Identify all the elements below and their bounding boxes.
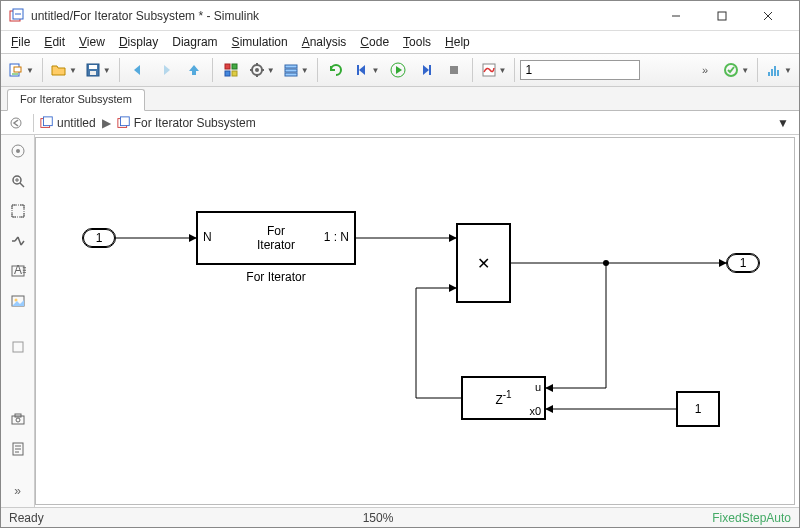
- stop-button[interactable]: [441, 57, 467, 83]
- palette-report-icon[interactable]: [6, 437, 30, 461]
- dropdown-icon: ▼: [69, 66, 77, 75]
- run-button[interactable]: [385, 57, 411, 83]
- svg-rect-13: [232, 64, 237, 69]
- menu-bar: File Edit View Display Diagram Simulatio…: [1, 31, 799, 53]
- svg-rect-23: [285, 69, 297, 72]
- menu-code[interactable]: Code: [354, 33, 395, 51]
- toolbar: ▼ ▼ ▼ ▼ ▼ ▼ ▼ 1 » ▼ ▼: [1, 53, 799, 87]
- svg-rect-28: [450, 66, 458, 74]
- svg-point-41: [16, 149, 20, 153]
- tab-strip: For Iterator Subsystem: [1, 87, 799, 111]
- svg-rect-14: [225, 71, 230, 76]
- svg-point-35: [11, 118, 21, 128]
- for-iterator-title: For Iterator: [257, 224, 295, 253]
- menu-file[interactable]: File: [5, 33, 36, 51]
- window-title: untitled/For Iterator Subsystem * - Simu…: [31, 9, 653, 23]
- menu-analysis[interactable]: Analysis: [296, 33, 353, 51]
- for-iterator-label: For Iterator: [196, 270, 356, 284]
- palette-text-icon[interactable]: A≡: [6, 259, 30, 283]
- forward-button[interactable]: [153, 57, 179, 83]
- svg-rect-37: [44, 116, 53, 125]
- breadcrumb-dropdown[interactable]: ▼: [777, 116, 795, 130]
- svg-rect-51: [13, 342, 23, 352]
- step-forward-button[interactable]: [413, 57, 439, 83]
- palette-zoom-icon[interactable]: [6, 169, 30, 193]
- svg-rect-3: [718, 12, 726, 20]
- palette-screenshot-icon[interactable]: [6, 407, 30, 431]
- breadcrumb-root[interactable]: untitled: [40, 116, 96, 130]
- svg-rect-31: [768, 72, 770, 76]
- block-for-iterator[interactable]: N For Iterator 1 : N: [196, 211, 356, 265]
- canvas[interactable]: 1 N For Iterator 1 : N For Iterator ✕ 1: [35, 137, 795, 505]
- product-symbol: ✕: [477, 254, 490, 273]
- model-explorer-button[interactable]: ▼: [280, 57, 312, 83]
- palette-fit-icon[interactable]: [6, 199, 30, 223]
- dropdown-icon: ▼: [267, 66, 275, 75]
- tool-palette: A≡ »: [1, 135, 35, 507]
- menu-display[interactable]: Display: [113, 33, 164, 51]
- minimize-button[interactable]: [653, 1, 699, 31]
- window-controls: [653, 1, 791, 31]
- signal-wires: [36, 138, 794, 504]
- svg-rect-34: [777, 70, 779, 76]
- breadcrumb-separator-icon: ▶: [102, 116, 111, 130]
- palette-block-icon[interactable]: [6, 335, 30, 359]
- svg-rect-11: [90, 71, 96, 75]
- new-model-button[interactable]: ▼: [5, 57, 37, 83]
- app-icon: [9, 8, 25, 24]
- menu-tools[interactable]: Tools: [397, 33, 437, 51]
- model-config-button[interactable]: ▼: [246, 57, 278, 83]
- main-area: A≡ »: [1, 135, 799, 507]
- svg-rect-15: [232, 71, 237, 76]
- tab-active[interactable]: For Iterator Subsystem: [7, 89, 145, 111]
- save-button[interactable]: ▼: [82, 57, 114, 83]
- palette-more-icon[interactable]: »: [6, 479, 30, 503]
- breadcrumb-bar: untitled ▶ For Iterator Subsystem ▼: [1, 111, 799, 135]
- svg-point-17: [255, 68, 259, 72]
- palette-image-icon[interactable]: [6, 289, 30, 313]
- up-button[interactable]: [181, 57, 207, 83]
- title-bar: untitled/For Iterator Subsystem * - Simu…: [1, 1, 799, 31]
- menu-edit[interactable]: Edit: [38, 33, 71, 51]
- step-back-button[interactable]: ▼: [351, 57, 383, 83]
- model-icon: [40, 116, 54, 130]
- block-product[interactable]: ✕: [456, 223, 511, 303]
- menu-simulation[interactable]: Simulation: [226, 33, 294, 51]
- schedule-button[interactable]: ▼: [763, 57, 795, 83]
- dropdown-icon: ▼: [499, 66, 507, 75]
- svg-point-50: [14, 299, 17, 302]
- block-constant[interactable]: 1: [676, 391, 720, 427]
- status-zoom[interactable]: 150%: [328, 511, 428, 525]
- library-browser-button[interactable]: [218, 57, 244, 83]
- palette-annotate-icon[interactable]: [6, 139, 30, 163]
- status-bar: Ready 150% FixedStepAuto: [1, 507, 799, 527]
- maximize-button[interactable]: [699, 1, 745, 31]
- svg-rect-22: [285, 65, 297, 68]
- constant-value: 1: [695, 402, 702, 416]
- back-button[interactable]: [125, 57, 151, 83]
- hide-browser-button[interactable]: [5, 113, 27, 133]
- subsystem-icon: [117, 116, 131, 130]
- dropdown-icon: ▼: [301, 66, 309, 75]
- update-diagram-button[interactable]: [323, 57, 349, 83]
- dropdown-icon: ▼: [784, 66, 792, 75]
- menu-help[interactable]: Help: [439, 33, 476, 51]
- breadcrumb-sub[interactable]: For Iterator Subsystem: [117, 116, 256, 130]
- stop-time-input[interactable]: 1: [520, 60, 640, 80]
- menu-diagram[interactable]: Diagram: [166, 33, 223, 51]
- data-inspector-button[interactable]: ▼: [478, 57, 510, 83]
- svg-rect-33: [774, 66, 776, 76]
- close-button[interactable]: [745, 1, 791, 31]
- more-tools-button[interactable]: »: [692, 57, 718, 83]
- diagnostics-button[interactable]: ▼: [720, 57, 752, 83]
- open-button[interactable]: ▼: [48, 57, 80, 83]
- delay-symbol: Z-1: [495, 389, 511, 407]
- block-unit-delay[interactable]: Z-1 u x0: [461, 376, 546, 420]
- status-solver[interactable]: FixedStepAuto: [712, 511, 791, 525]
- svg-rect-12: [225, 64, 230, 69]
- menu-view[interactable]: View: [73, 33, 111, 51]
- block-outport[interactable]: 1: [726, 253, 760, 273]
- palette-signal-icon[interactable]: [6, 229, 30, 253]
- svg-text:A≡: A≡: [14, 263, 26, 277]
- block-inport[interactable]: 1: [82, 228, 116, 248]
